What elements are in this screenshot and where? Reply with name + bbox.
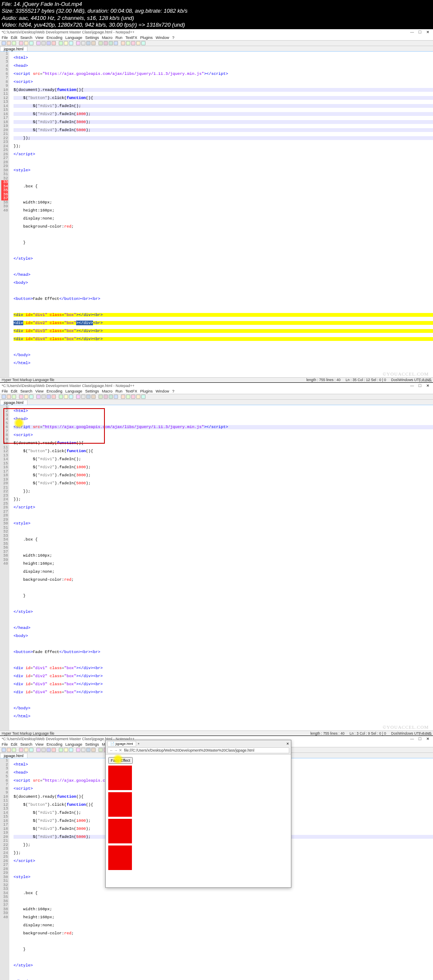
toolbar-button[interactable] <box>59 41 63 45</box>
toolbar-button[interactable] <box>69 395 73 399</box>
menu-file[interactable]: File <box>2 742 8 747</box>
menu-search[interactable]: Search <box>20 389 33 393</box>
toolbar-button[interactable] <box>109 395 113 399</box>
toolbar-button[interactable] <box>7 395 11 399</box>
toolbar-button[interactable] <box>91 395 96 399</box>
toolbar-button[interactable] <box>86 395 90 399</box>
toolbar-button[interactable] <box>104 395 108 399</box>
menubar[interactable]: FileEditSearchViewEncodingLanguageSettin… <box>0 389 433 394</box>
toolbar-button[interactable] <box>114 395 118 399</box>
tab-jqpage[interactable]: jqpage.html <box>0 400 27 405</box>
toolbar-button[interactable] <box>69 748 73 752</box>
toolbar-button[interactable] <box>7 41 11 45</box>
toolbar-button[interactable] <box>24 748 28 752</box>
window-controls[interactable]: — ☐ ✕ <box>410 737 431 741</box>
toolbar-button[interactable] <box>59 748 63 752</box>
toolbar-button[interactable] <box>52 41 56 45</box>
toolbar-button[interactable] <box>131 41 135 45</box>
toolbar-button[interactable] <box>81 41 85 45</box>
menubar[interactable]: FileEditSearchViewEncodingLanguageSettin… <box>0 35 433 41</box>
tab-jqpage[interactable]: jqpage.html <box>0 46 27 51</box>
toolbar-button[interactable] <box>64 41 68 45</box>
toolbar-button[interactable] <box>99 748 103 752</box>
toolbar-button[interactable] <box>76 748 80 752</box>
fold-column[interactable] <box>9 52 13 377</box>
menu-run[interactable]: Run <box>115 36 123 40</box>
toolbar-button[interactable] <box>126 41 130 45</box>
menu-encoding[interactable]: Encoding <box>47 389 63 393</box>
menu-view[interactable]: View <box>36 389 44 393</box>
toolbar-button[interactable] <box>131 395 135 399</box>
toolbar-button[interactable] <box>24 41 28 45</box>
code-area-1[interactable]: <html> <head> <script src="https://ajax.… <box>13 52 433 377</box>
toolbar[interactable] <box>0 41 433 46</box>
menu-window[interactable]: Window <box>156 389 169 393</box>
toolbar-button[interactable] <box>86 748 90 752</box>
menu-search[interactable]: Search <box>20 742 33 747</box>
toolbar-button[interactable] <box>47 395 51 399</box>
menu-run[interactable]: Run <box>115 389 123 393</box>
toolbar-button[interactable] <box>114 41 118 45</box>
menu-settings[interactable]: Settings <box>85 36 99 40</box>
toolbar-button[interactable] <box>99 395 103 399</box>
close-icon[interactable]: ✕ <box>426 30 431 34</box>
browser-preview-window[interactable]: 📄 jqpage.html + ✕ ← → ✕ file:///C:/Users… <box>105 740 291 888</box>
toolbar-button[interactable] <box>36 748 41 752</box>
toolbar-button[interactable] <box>41 395 46 399</box>
browser-tab[interactable]: 📄 jqpage.html <box>107 741 136 747</box>
address-bar[interactable]: ← → ✕ file:///C:/Users/x/Desktop/Web%20D… <box>107 747 289 753</box>
toolbar-button[interactable] <box>52 748 56 752</box>
toolbar-button[interactable] <box>19 748 23 752</box>
menu-textfx[interactable]: TextFX <box>126 36 137 40</box>
toolbar-button[interactable] <box>99 41 103 45</box>
menu-?[interactable]: ? <box>172 389 174 393</box>
toolbar-button[interactable] <box>36 41 41 45</box>
editor-area[interactable]: 1234567891011121314151617181920212223242… <box>0 52 433 377</box>
menu-plugins[interactable]: Plugins <box>140 36 153 40</box>
code-area-2[interactable]: <html> <head> <script src="https://ajax.… <box>13 405 433 731</box>
toolbar-button[interactable] <box>81 748 85 752</box>
menu-textfx[interactable]: TextFX <box>126 389 137 393</box>
menu-view[interactable]: View <box>36 742 44 747</box>
toolbar-button[interactable] <box>121 41 125 45</box>
toolbar-button[interactable] <box>86 41 90 45</box>
menu-macro[interactable]: Macro <box>102 389 112 393</box>
menu-language[interactable]: Language <box>65 389 82 393</box>
menu-encoding[interactable]: Encoding <box>47 36 63 40</box>
toolbar-button[interactable] <box>91 748 96 752</box>
toolbar-button[interactable] <box>41 748 46 752</box>
toolbar-button[interactable] <box>64 748 68 752</box>
editor-tabs[interactable]: jqpage.html <box>0 46 433 52</box>
toolbar-button[interactable] <box>109 41 113 45</box>
window-controls[interactable]: — ☐ ✕ <box>410 384 431 388</box>
toolbar-button[interactable] <box>2 395 6 399</box>
toolbar-button[interactable] <box>47 748 51 752</box>
toolbar-button[interactable] <box>64 395 68 399</box>
toolbar-button[interactable] <box>47 41 51 45</box>
toolbar-button[interactable] <box>52 395 56 399</box>
toolbar-button[interactable] <box>136 41 140 45</box>
toolbar[interactable] <box>0 394 433 400</box>
toolbar-button[interactable] <box>104 41 108 45</box>
toolbar-button[interactable] <box>19 41 23 45</box>
toolbar-button[interactable] <box>76 41 80 45</box>
toolbar-button[interactable] <box>141 395 145 399</box>
toolbar-button[interactable] <box>76 395 80 399</box>
browser-viewport[interactable]: Fade Effect <box>106 755 291 875</box>
toolbar-button[interactable] <box>59 395 63 399</box>
menu-encoding[interactable]: Encoding <box>47 742 63 747</box>
menu-view[interactable]: View <box>36 36 44 40</box>
menu-edit[interactable]: Edit <box>11 742 18 747</box>
toolbar-button[interactable] <box>29 748 33 752</box>
toolbar-button[interactable] <box>7 748 11 752</box>
menu-edit[interactable]: Edit <box>11 389 18 393</box>
menu-plugins[interactable]: Plugins <box>140 389 153 393</box>
toolbar-button[interactable] <box>41 41 46 45</box>
toolbar-button[interactable] <box>2 41 6 45</box>
toolbar-button[interactable] <box>24 395 28 399</box>
fade-effect-button[interactable]: Fade Effect <box>108 757 133 764</box>
menu-macro[interactable]: Macro <box>102 36 112 40</box>
toolbar-button[interactable] <box>121 395 125 399</box>
toolbar-button[interactable] <box>29 41 33 45</box>
toolbar-button[interactable] <box>12 748 16 752</box>
